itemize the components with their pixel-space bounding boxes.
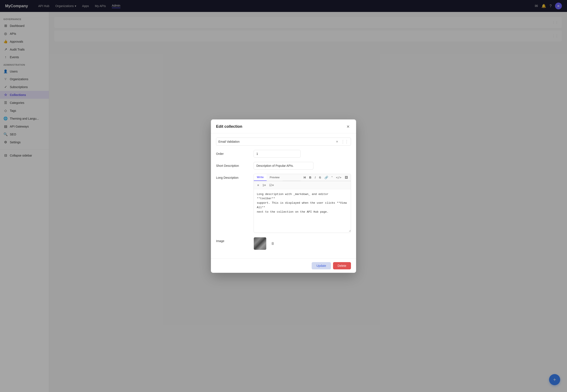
delete-image-button[interactable]: 🗑: [270, 240, 276, 247]
modal-header: Edit collection ✕: [211, 119, 356, 133]
short-description-row: Short Description: [216, 162, 351, 169]
toolbar-image-btn[interactable]: 🖼: [344, 175, 349, 180]
edit-collection-modal: Edit collection ✕ ✕ ⋮⋮ Order Sho: [211, 119, 356, 273]
tab-preview[interactable]: Preview: [267, 174, 282, 181]
modal-close-button[interactable]: ✕: [345, 124, 351, 130]
modal-overlay[interactable]: Edit collection ✕ ✕ ⋮⋮ Order Sho: [0, 0, 567, 392]
collection-name-input[interactable]: [218, 138, 335, 145]
toolbar-link-btn[interactable]: 🔗: [323, 175, 329, 180]
long-description-row: Long Description Write Preview H B I: [216, 174, 351, 233]
collection-name-row: ✕ ⋮⋮: [216, 138, 351, 146]
toolbar-heading-btn[interactable]: H: [302, 175, 307, 180]
order-control: [254, 150, 351, 158]
image-control: 🗑: [254, 237, 276, 250]
order-input[interactable]: [254, 150, 301, 158]
short-description-control: [254, 162, 351, 169]
update-button[interactable]: Update: [312, 262, 331, 269]
toolbar-italic-btn[interactable]: I: [313, 175, 317, 180]
long-description-label: Long Description: [216, 174, 250, 179]
long-description-control: Write Preview H B I S 🔗 " </: [254, 174, 351, 233]
modal-title: Edit collection: [216, 124, 242, 129]
short-description-label: Short Description: [216, 162, 250, 168]
markdown-editor: Write Preview H B I S 🔗 " </: [254, 174, 351, 233]
tab-write[interactable]: Write: [254, 174, 267, 181]
toolbar-task-list-btn[interactable]: ☑≡: [268, 182, 275, 188]
order-row: Order: [216, 150, 351, 158]
toolbar-unordered-list-btn[interactable]: ≡: [256, 182, 260, 188]
toolbar-bold-btn[interactable]: B: [308, 175, 313, 180]
delete-button[interactable]: Delete: [333, 262, 351, 269]
toolbar-quote-btn[interactable]: ": [330, 175, 334, 180]
image-thumbnail: [254, 237, 266, 250]
modal-footer: Update Delete: [211, 258, 356, 273]
order-label: Order: [216, 150, 250, 155]
editor-tabs: Write Preview H B I S 🔗 " </: [254, 174, 351, 181]
image-row: Image 🗑: [216, 237, 351, 250]
image-label: Image: [216, 237, 250, 243]
short-description-input[interactable]: [254, 162, 313, 169]
collection-name-actions: ✕ ⋮⋮: [335, 139, 349, 144]
toolbar-ordered-list-btn[interactable]: 1≡: [261, 182, 267, 188]
image-preview: [254, 237, 266, 250]
modal-body: ✕ ⋮⋮ Order Short Description Long: [211, 133, 356, 258]
editor-toolbar-lists: ≡ 1≡ ☑≡: [254, 181, 351, 189]
long-description-textarea[interactable]: Long description with _markdown_ and edi…: [254, 189, 351, 232]
clear-name-button[interactable]: ✕: [335, 139, 339, 144]
toolbar-code-btn[interactable]: </>: [335, 175, 343, 180]
editor-toolbar-top: H B I S 🔗 " </> 🖼: [301, 174, 351, 181]
toolbar-strikethrough-btn[interactable]: S: [318, 175, 322, 180]
drag-handle-name[interactable]: ⋮⋮: [341, 139, 349, 144]
